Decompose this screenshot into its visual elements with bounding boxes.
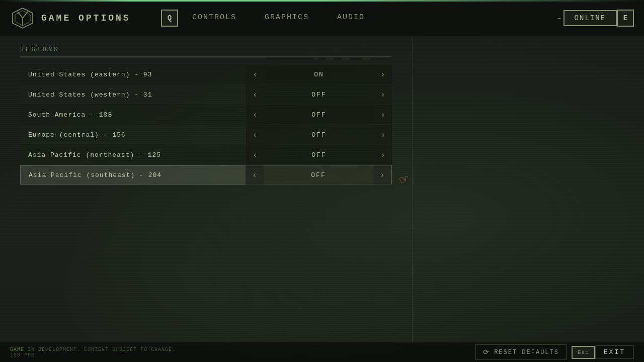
game-logo-icon (10, 6, 35, 31)
region-chevron-left[interactable]: ‹ (246, 65, 264, 84)
region-name: United States (western) - 31 (20, 91, 246, 99)
region-chevron-left[interactable]: ‹ (246, 125, 264, 144)
right-panel (413, 36, 644, 342)
region-row: Asia Pacific (northeast) - 125 ‹ OFF › (20, 145, 392, 164)
region-chevron-right[interactable]: › (374, 65, 392, 84)
q-key-button[interactable]: Q (161, 10, 178, 27)
esc-key: Esc (572, 346, 595, 359)
region-controls: ‹ OFF › (246, 145, 392, 164)
game-options-title: GAME OPTIONS (41, 13, 131, 23)
region-row: Europe (central) - 156 ‹ OFF › (20, 125, 392, 144)
main-content: REGIONS United States (eastern) - 93 ‹ O… (0, 36, 644, 342)
region-chevron-left[interactable]: ‹ (246, 85, 264, 104)
region-controls: ‹ OFF › (246, 165, 391, 185)
nav-tabs: Q CONTROLS GRAPHICS AUDIO – ONLINE E (161, 9, 634, 27)
e-key-button[interactable]: E (617, 10, 634, 27)
header: GAME OPTIONS Q CONTROLS GRAPHICS AUDIO –… (0, 0, 644, 36)
region-chevron-right[interactable]: › (374, 85, 392, 104)
status-label: GAME (10, 347, 24, 352)
exit-button[interactable]: EXIT (595, 345, 634, 359)
region-row: Asia Pacific (southeast) - 204 ‹ OFF › (20, 165, 392, 185)
region-chevron-left[interactable]: ‹ (246, 145, 264, 164)
exit-button-group: Esc EXIT (572, 345, 634, 359)
region-name: Asia Pacific (northeast) - 125 (20, 151, 246, 159)
tab-controls[interactable]: CONTROLS (178, 9, 251, 27)
regions-list: United States (eastern) - 93 ‹ ON › Unit… (20, 65, 392, 185)
logo-area: GAME OPTIONS (10, 6, 161, 31)
region-controls: ‹ OFF › (246, 105, 392, 124)
svg-line-3 (23, 12, 28, 18)
region-row: South America - 188 ‹ OFF › (20, 105, 392, 124)
status-text: IN DEVELOPMENT. CONTENT SUBJECT TO CHANG… (28, 347, 176, 352)
region-value: OFF (264, 85, 374, 104)
region-value: OFF (264, 105, 374, 124)
region-row: United States (western) - 31 ‹ OFF › (20, 85, 392, 104)
footer: GAME IN DEVELOPMENT. CONTENT SUBJECT TO … (0, 342, 644, 362)
reset-defaults-button[interactable]: ⟳ RESET DEFAULTS (475, 344, 567, 360)
region-chevron-right[interactable]: › (373, 165, 391, 185)
footer-status: GAME IN DEVELOPMENT. CONTENT SUBJECT TO … (10, 347, 176, 358)
region-name: Asia Pacific (southeast) - 204 (21, 171, 246, 179)
region-value: OFF (264, 165, 373, 185)
region-name: South America - 188 (20, 111, 246, 119)
footer-actions: ⟳ RESET DEFAULTS Esc EXIT (475, 344, 634, 360)
reset-label: RESET DEFAULTS (494, 349, 559, 356)
region-chevron-left[interactable]: ‹ (246, 105, 264, 124)
region-value: OFF (264, 125, 374, 144)
regions-section-title: REGIONS (20, 46, 392, 57)
top-accent-line (0, 0, 644, 2)
region-controls: ‹ ON › (246, 65, 392, 84)
reset-icon: ⟳ (483, 348, 490, 356)
region-value: OFF (264, 145, 374, 164)
region-name: United States (eastern) - 93 (20, 71, 246, 78)
region-row: United States (eastern) - 93 ‹ ON › (20, 65, 392, 84)
region-controls: ‹ OFF › (246, 125, 392, 144)
region-chevron-right[interactable]: › (374, 105, 392, 124)
svg-line-2 (18, 12, 23, 18)
region-chevron-left[interactable]: ‹ (246, 165, 264, 185)
online-tab-group: – ONLINE E (557, 10, 634, 27)
tab-graphics[interactable]: GRAPHICS (251, 9, 323, 27)
online-dash-left: – (557, 14, 561, 22)
left-panel: REGIONS United States (eastern) - 93 ‹ O… (0, 36, 413, 342)
region-chevron-right[interactable]: › (374, 145, 392, 164)
region-name: Europe (central) - 156 (20, 131, 246, 139)
region-controls: ‹ OFF › (246, 85, 392, 104)
tab-audio[interactable]: AUDIO (323, 9, 379, 27)
region-value: ON (264, 65, 374, 84)
region-chevron-right[interactable]: › (374, 125, 392, 144)
tab-online[interactable]: ONLINE (564, 10, 617, 26)
fps-text: 103 FPS (10, 352, 35, 358)
